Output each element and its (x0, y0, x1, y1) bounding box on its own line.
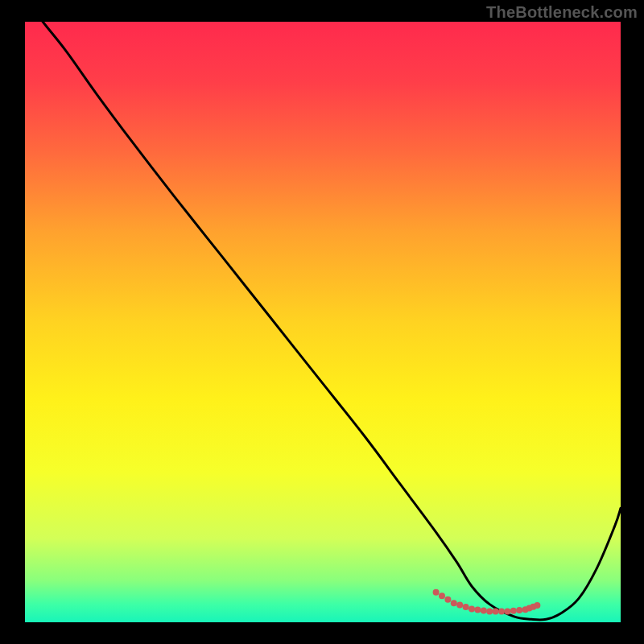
optimal-region-marker-dot (498, 609, 505, 615)
optimal-region-marker-dot (444, 597, 451, 603)
optimal-region-marker-dot (439, 592, 445, 599)
optimal-region-marker-dot (474, 607, 481, 613)
optimal-region-marker-dot (516, 607, 522, 613)
optimal-region-marker-dot (510, 608, 517, 614)
optimal-region-marker-dot (493, 609, 499, 615)
optimal-region-marker-dot (456, 602, 463, 609)
optimal-region-marker-dot (534, 602, 540, 609)
chart-background (25, 22, 621, 622)
optimal-region-marker-dot (481, 608, 487, 614)
watermark-text: TheBottleneck.com (486, 3, 638, 22)
optimal-region-marker-dot (504, 609, 510, 615)
optimal-region-marker-dot (433, 589, 440, 596)
bottleneck-chart (0, 0, 644, 644)
chart-container: TheBottleneck.com (0, 0, 644, 644)
optimal-region-marker-dot (486, 609, 493, 615)
optimal-region-marker-dot (463, 604, 469, 610)
optimal-region-marker-dot (469, 606, 475, 613)
optimal-region-marker-dot (451, 600, 457, 606)
